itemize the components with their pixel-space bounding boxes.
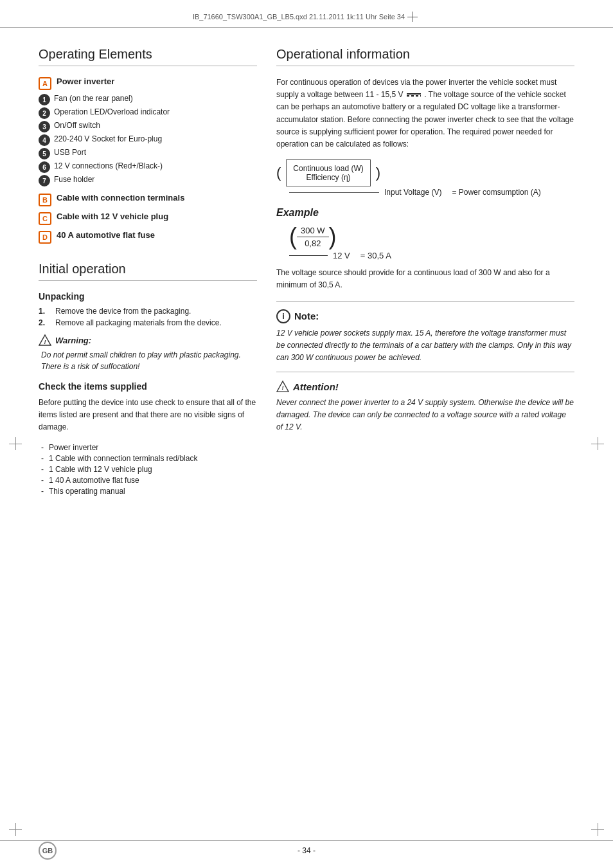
example-divisor: 12 V <box>333 251 350 260</box>
num-4: 4 <box>39 134 50 146</box>
divider-1 <box>276 301 574 302</box>
list-item: This operating manual <box>39 487 257 496</box>
num-1: 1 <box>39 94 50 105</box>
warning-text: Do not permit small children to play wit… <box>39 349 257 372</box>
initial-operation-title: Initial operation <box>39 262 257 281</box>
example-fraction-row: ( 300 W 0,82 ) <box>289 225 574 248</box>
note-text: 12 V vehicle power sockets supply max. 1… <box>276 327 574 365</box>
list-item: 2. Remove all packaging materials from t… <box>39 318 257 327</box>
list-item: 1 Cable with connection terminals red/bl… <box>39 454 257 463</box>
example-result: = 30,5 A <box>360 251 391 260</box>
page-number: - 34 - <box>298 846 315 855</box>
check-intro: Before putting the device into use check… <box>39 397 257 434</box>
example-numerator: 300 W <box>297 226 329 237</box>
step-1-text: Remove the device from the packaging. <box>55 307 191 316</box>
step-num-1: 1. <box>39 307 50 316</box>
operational-info-body: For continuous operation of devices via … <box>276 77 574 150</box>
num-5: 5 <box>39 148 50 159</box>
formula-numerator: Continuous load (W) <box>293 164 363 173</box>
divider-2 <box>276 372 574 372</box>
label-d-text: 40 A automotive flat fuse <box>57 230 155 240</box>
dc-symbol <box>407 93 421 97</box>
step-2-text: Remove all packaging materials from the … <box>55 318 222 327</box>
right-column: Operational information For continuous o… <box>276 47 574 498</box>
list-item: 1 Fan (on the rear panel) <box>39 94 257 105</box>
warning-title-row: ! Warning: <box>39 334 257 347</box>
note-icon: i <box>276 309 290 323</box>
left-column: Operating Elements A Power inverter 1 Fa… <box>39 47 257 498</box>
formula-denominator2: Input Voltage (V) <box>384 188 441 197</box>
badge-d: D <box>39 231 51 244</box>
note-title-row: i Note: <box>276 309 574 323</box>
footer-badge: GB <box>39 842 57 860</box>
list-item: 6 12 V connections (Red+/Black-) <box>39 161 257 173</box>
left-crosshair-icon <box>9 437 22 450</box>
item-a-7: Fuse holder <box>54 175 94 186</box>
badge-c: C <box>39 212 51 225</box>
paren-left: ( <box>276 165 281 181</box>
right-crosshair-bottom-icon <box>591 823 604 836</box>
list-item: 7 Fuse holder <box>39 175 257 186</box>
crosshair-icon <box>407 12 418 22</box>
badge-b: B <box>39 194 51 206</box>
operational-info-title: Operational information <box>276 47 574 66</box>
example-fraction: 300 W 0,82 <box>297 226 329 248</box>
label-d-row: D 40 A automotive flat fuse <box>39 230 257 244</box>
big-paren-left: ( <box>289 225 297 248</box>
list-item: Power inverter <box>39 443 257 452</box>
note-label: Note: <box>294 311 319 321</box>
num-3: 3 <box>39 121 50 132</box>
example-denom-row: 12 V = 30,5 A <box>289 251 574 260</box>
formula-line: ( Continuous load (W) Efficiency (η) ) <box>276 159 574 186</box>
example-denominator: 0,82 <box>301 237 324 248</box>
formula-denominator: Efficiency (η) <box>306 173 350 182</box>
svg-text:!: ! <box>281 385 283 392</box>
item-a-2: Operation LED/Overload indicator <box>54 107 170 119</box>
attention-title-row: ! Attention! <box>276 380 574 393</box>
paren-right: ) <box>376 165 380 181</box>
warning-icon: ! <box>39 334 51 347</box>
example-text: The voltage source should provide for a … <box>276 267 574 291</box>
operating-elements-title: Operating Elements <box>39 47 257 66</box>
label-a-text: Power inverter <box>57 77 114 86</box>
step-num-2: 2. <box>39 318 50 327</box>
item-a-5: USB Port <box>54 148 86 159</box>
formula-box: Continuous load (W) Efficiency (η) <box>286 159 370 186</box>
list-item: 1 40 A automotive flat fuse <box>39 476 257 485</box>
label-b-row: B Cable with connection terminals <box>39 193 257 206</box>
left-crosshair-bottom-icon <box>9 823 22 836</box>
header-text: IB_71660_TSW300A1_GB_LB5.qxd 21.11.2011 … <box>193 13 405 21</box>
check-items-list: Power inverter 1 Cable with connection t… <box>39 443 257 496</box>
list-item: 2 Operation LED/Overload indicator <box>39 107 257 119</box>
formula-result: = Power comsumption (A) <box>452 188 540 197</box>
label-b-text: Cable with connection terminals <box>57 193 184 203</box>
big-paren-right: ) <box>329 225 337 248</box>
unpacking-title: Unpacking <box>39 291 257 302</box>
warning-box: ! Warning: Do not permit small children … <box>39 334 257 372</box>
example-title: Example <box>276 207 574 219</box>
item-a-6: 12 V connections (Red+/Black-) <box>54 161 163 173</box>
label-c-row: C Cable with 12 V vehicle plug <box>39 212 257 225</box>
num-2: 2 <box>39 107 50 119</box>
item-a-4: 220-240 V Socket for Euro-plug <box>54 134 162 146</box>
list-item: 1. Remove the device from the packaging. <box>39 307 257 316</box>
num-6: 6 <box>39 161 50 173</box>
right-crosshair-icon <box>591 437 604 450</box>
unpacking-steps: 1. Remove the device from the packaging.… <box>39 307 257 327</box>
list-item: 1 Cable with 12 V vehicle plug <box>39 465 257 474</box>
example-bar <box>289 255 328 256</box>
list-item: 4 220-240 V Socket for Euro-plug <box>39 134 257 146</box>
check-title: Check the items supplied <box>39 381 257 392</box>
label-a-row: A Power inverter <box>39 77 257 90</box>
list-item: 3 On/Off switch <box>39 121 257 132</box>
page-header: IB_71660_TSW300A1_GB_LB5.qxd 21.11.2011 … <box>0 0 613 28</box>
items-a-list: 1 Fan (on the rear panel) 2 Operation LE… <box>39 94 257 186</box>
formula-section: ( Continuous load (W) Efficiency (η) ) I… <box>276 159 574 197</box>
list-item: 5 USB Port <box>39 148 257 159</box>
example-formula: ( 300 W 0,82 ) 12 V = 30,5 A <box>289 225 574 260</box>
badge-a: A <box>39 77 51 90</box>
attention-icon: ! <box>276 380 289 393</box>
formula-bar <box>289 192 379 193</box>
warning-label: Warning: <box>55 336 91 345</box>
item-a-3: On/Off switch <box>54 121 100 132</box>
